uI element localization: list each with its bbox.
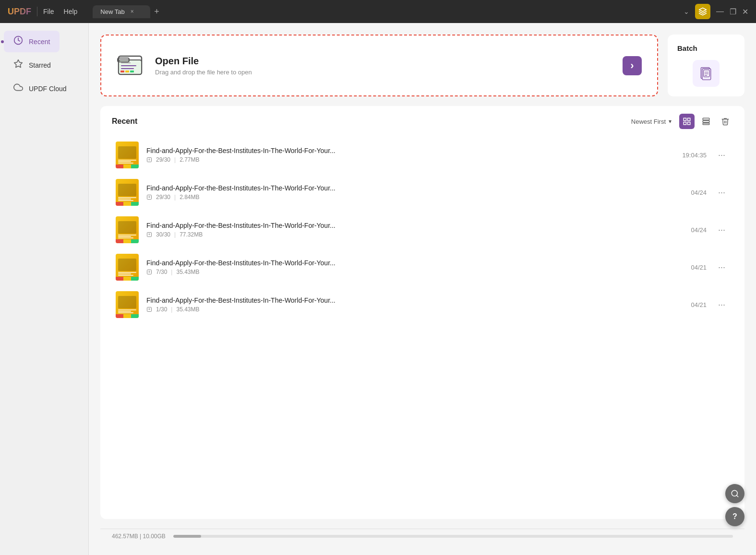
star-icon — [13, 59, 23, 71]
sidebar-item-starred-label: Starred — [29, 61, 51, 69]
new-tab-button[interactable]: + — [154, 7, 159, 17]
recent-header: Recent Newest First ▾ — [112, 114, 733, 129]
file-thumbnail — [116, 291, 139, 318]
file-name: Find-and-Apply-For-the-Best-Institutes-I… — [146, 222, 660, 229]
file-more-button[interactable]: ··· — [714, 223, 729, 237]
new-tab[interactable]: New Tab × — [93, 5, 150, 18]
file-meta: 29/30 | 2.77MB — [146, 156, 660, 163]
file-meta: 30/30 | 77.32MB — [146, 231, 660, 238]
file-list-item[interactable]: Find-and-Apply-For-the-Best-Institutes-I… — [112, 174, 733, 211]
window-dropdown[interactable]: ⌄ — [684, 8, 689, 15]
minimize-button[interactable]: — — [716, 7, 724, 16]
content-area: Open File Drag and drop the file here to… — [89, 23, 756, 555]
titlebar-menu: File Help — [43, 8, 77, 15]
svg-rect-10 — [130, 71, 134, 72]
svg-rect-23 — [703, 123, 709, 125]
svg-rect-8 — [120, 71, 124, 72]
updf-ai-button[interactable] — [695, 4, 710, 19]
menu-help[interactable]: Help — [64, 8, 78, 15]
batch-icon-button[interactable] — [693, 60, 720, 87]
file-more-button[interactable]: ··· — [714, 260, 729, 274]
delete-button[interactable] — [718, 114, 733, 129]
sort-label: Newest First — [631, 118, 666, 125]
file-info: Find-and-Apply-For-the-Best-Institutes-I… — [146, 259, 660, 275]
file-more-button[interactable]: ··· — [714, 148, 729, 162]
file-timestamp: 04/21 — [668, 301, 707, 308]
main-container: Recent Starred UPDF Cloud — [0, 23, 756, 555]
file-info: Find-and-Apply-For-the-Best-Institutes-I… — [146, 222, 660, 238]
sidebar-item-updf-cloud[interactable]: UPDF Cloud — [4, 78, 84, 99]
file-list-item[interactable]: Find-and-Apply-For-the-Best-Institutes-I… — [112, 137, 733, 173]
file-more-button[interactable]: ··· — [714, 298, 729, 312]
help-float-button[interactable]: ? — [725, 507, 744, 526]
file-more-button[interactable]: ··· — [714, 186, 729, 200]
clock-icon — [13, 35, 23, 47]
file-info: Find-and-Apply-For-the-Best-Institutes-I… — [146, 147, 660, 163]
titlebar-separator — [37, 7, 37, 16]
svg-line-40 — [736, 495, 738, 496]
open-file-card[interactable]: Open File Drag and drop the file here to… — [100, 35, 658, 96]
file-list-item[interactable]: Find-and-Apply-For-the-Best-Institutes-I… — [112, 249, 733, 285]
svg-rect-21 — [703, 118, 709, 120]
sidebar-item-recent[interactable]: Recent — [4, 31, 60, 52]
file-name: Find-and-Apply-For-the-Best-Institutes-I… — [146, 184, 660, 192]
svg-rect-19 — [684, 122, 686, 125]
file-pages: 30/30 — [156, 231, 170, 238]
file-timestamp: 04/21 — [668, 264, 707, 271]
arrow-icon: › — [630, 59, 634, 72]
sidebar-item-starred[interactable]: Starred — [4, 54, 84, 76]
tab-bar: New Tab × + — [93, 5, 159, 18]
batch-title: Batch — [677, 44, 697, 52]
menu-file[interactable]: File — [43, 8, 54, 15]
open-file-icon — [117, 51, 145, 80]
open-file-subtitle: Drag and drop the file here to open — [155, 69, 252, 76]
storage-info: 462.57MB | 10.00GB — [112, 533, 166, 540]
file-pages: 29/30 — [156, 156, 170, 163]
active-indicator — [1, 40, 4, 43]
file-name: Find-and-Apply-For-the-Best-Institutes-I… — [146, 147, 660, 154]
svg-marker-1 — [14, 60, 23, 68]
file-timestamp: 04/24 — [668, 226, 707, 234]
file-name: Find-and-Apply-For-the-Best-Institutes-I… — [146, 259, 660, 267]
recent-section: Recent Newest First ▾ — [100, 106, 744, 519]
list-view-button[interactable] — [679, 114, 695, 129]
sort-chevron-icon: ▾ — [669, 118, 672, 125]
logo-text: UPDF — [8, 7, 31, 17]
top-section: Open File Drag and drop the file here to… — [100, 35, 744, 96]
file-name: Find-and-Apply-For-the-Best-Institutes-I… — [146, 296, 660, 304]
file-meta: 7/30 | 35.43MB — [146, 269, 660, 275]
file-size: 2.84MB — [180, 194, 199, 201]
file-size: 35.43MB — [176, 306, 199, 313]
floating-buttons: ? — [725, 484, 744, 526]
file-list-item[interactable]: Find-and-Apply-For-the-Best-Institutes-I… — [112, 286, 733, 323]
cloud-icon — [13, 83, 23, 94]
storage-bar-fill — [173, 535, 201, 538]
recent-section-title: Recent — [112, 117, 631, 126]
file-timestamp: 04/24 — [668, 189, 707, 196]
svg-rect-18 — [688, 118, 690, 120]
help-icon: ? — [732, 512, 737, 521]
file-info: Find-and-Apply-For-the-Best-Institutes-I… — [146, 296, 660, 313]
close-button[interactable]: ✕ — [742, 7, 748, 16]
grid-view-button[interactable] — [698, 114, 714, 129]
open-file-text: Open File Drag and drop the file here to… — [155, 56, 252, 76]
status-bar: 462.57MB | 10.00GB — [100, 529, 744, 543]
sidebar: Recent Starred UPDF Cloud — [0, 23, 89, 555]
tab-label: New Tab — [100, 8, 124, 15]
file-size: 35.43MB — [176, 269, 199, 275]
app-logo: UPDF — [8, 7, 31, 17]
sidebar-item-wrapper-recent: Recent — [0, 31, 88, 52]
file-info: Find-and-Apply-For-the-Best-Institutes-I… — [146, 184, 660, 201]
tab-close-button[interactable]: × — [131, 8, 134, 15]
sort-dropdown[interactable]: Newest First ▾ — [631, 118, 672, 125]
file-size: 77.32MB — [180, 231, 203, 238]
svg-rect-17 — [684, 118, 686, 120]
search-float-button[interactable] — [725, 484, 744, 503]
maximize-button[interactable]: ❐ — [730, 7, 736, 16]
file-thumbnail — [116, 254, 139, 281]
open-file-arrow-button[interactable]: › — [623, 56, 642, 75]
file-list-item[interactable]: Find-and-Apply-For-the-Best-Institutes-I… — [112, 212, 733, 248]
file-pages: 29/30 — [156, 194, 170, 201]
file-pages: 1/30 — [156, 306, 167, 313]
batch-card: Batch — [668, 35, 744, 96]
